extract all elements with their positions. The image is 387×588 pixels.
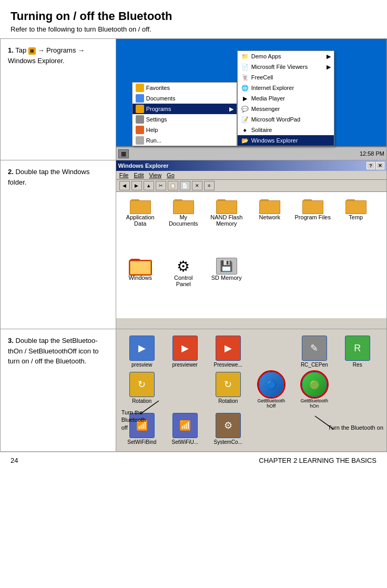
window-help-btn[interactable]: ? bbox=[366, 162, 375, 169]
forward-btn[interactable]: ▶ bbox=[131, 181, 142, 190]
view-btn[interactable]: ≡ bbox=[204, 181, 215, 190]
freecell-icon: 🃏 bbox=[241, 73, 249, 82]
app-presviewer[interactable]: ▶ presviewer bbox=[166, 336, 205, 368]
ie-icon: 🌐 bbox=[241, 84, 249, 92]
submenu-messenger[interactable]: 💬 Messenger bbox=[238, 104, 334, 114]
fileviewers-icon: 📄 bbox=[241, 63, 249, 71]
programs-submenu: 📁 Demo Apps ▶ 📄 Microsoft File Viewers ▶… bbox=[237, 50, 334, 146]
app-label-setwifibind: SetWiFiBind bbox=[127, 439, 156, 445]
folder-label-application-data: ApplicationData bbox=[126, 214, 155, 227]
menu-file[interactable]: File bbox=[119, 172, 129, 178]
messenger-icon: 💬 bbox=[241, 105, 249, 113]
folder-network[interactable]: Network bbox=[251, 197, 289, 252]
app-systemco[interactable]: ⚙ SystemCo... bbox=[209, 413, 248, 445]
page-footer: 24 CHAPTER 2 LEARNING THE BASICS bbox=[0, 452, 387, 469]
app-label-presviewer: presviewer bbox=[172, 362, 198, 368]
app-presview[interactable]: ▶ presview bbox=[123, 336, 161, 368]
systemco-icon: ⚙ bbox=[216, 413, 241, 438]
paste-btn[interactable]: 📄 bbox=[180, 181, 190, 190]
page-title: Turning on / off the Bluetooth bbox=[0, 0, 387, 25]
submenu-mediaplayer[interactable]: ▶ Media Player bbox=[238, 93, 334, 104]
step-1-instruction: Tap ▦ → Programs → Windows Explorer. bbox=[8, 46, 85, 65]
spacer3 bbox=[338, 372, 377, 409]
bluetooth-off-icon[interactable]: 🔵 bbox=[259, 372, 284, 397]
control-panel-icon: ⚙ bbox=[173, 258, 194, 275]
bluetooth-on-icon[interactable]: 🟢 bbox=[302, 372, 327, 397]
folder-my-documents[interactable]: MyDocuments bbox=[165, 197, 202, 252]
app-label-presview: presview bbox=[131, 362, 152, 368]
callout-bluetooth-off-text: Turn the Bluetooth off bbox=[121, 409, 146, 431]
menu-view[interactable]: View bbox=[149, 172, 161, 178]
window-close-btn[interactable]: ✕ bbox=[376, 162, 384, 169]
step-1-number: 1. bbox=[8, 46, 14, 54]
window-toolbar: ◀ ▶ ▲ ✂ 📋 📄 ✕ ≡ bbox=[116, 180, 386, 192]
app-presviewe[interactable]: ▶ Presviewe... bbox=[209, 336, 248, 368]
presview-icon: ▶ bbox=[129, 336, 155, 361]
step-3-row: 3. Double tap the SetBluetoo-thOn / SetB… bbox=[1, 329, 387, 452]
menu-edit[interactable]: Edit bbox=[134, 172, 144, 178]
folder-label-control-panel: ControlPanel bbox=[174, 275, 192, 287]
app-res[interactable]: R Res bbox=[338, 336, 377, 368]
cut-btn[interactable]: ✂ bbox=[156, 181, 166, 190]
folder-icon-network bbox=[259, 197, 280, 214]
submenu-demo[interactable]: 📁 Demo Apps ▶ bbox=[238, 51, 334, 62]
submenu-ie[interactable]: 🌐 Internet Explorer bbox=[238, 83, 334, 93]
submenu-fileviewers[interactable]: 📄 Microsoft File Viewers ▶ bbox=[238, 62, 334, 72]
folder-program-files[interactable]: Program Files bbox=[294, 197, 332, 252]
start-button[interactable]: ▦ bbox=[118, 149, 129, 158]
app-bt-off[interactable]: 🔵 GetBluetoothhOff bbox=[252, 372, 291, 409]
folder-icon-nand-flash bbox=[216, 197, 237, 214]
demo-icon: 📁 bbox=[241, 52, 249, 60]
app-label-bt-on: GetBluetoothhOn bbox=[300, 398, 328, 409]
app-label-rotation2: Rotation bbox=[218, 398, 238, 404]
folder-application-data[interactable]: ApplicationData bbox=[121, 197, 159, 252]
menu-help[interactable]: Help bbox=[133, 125, 237, 135]
copy-btn[interactable]: 📋 bbox=[168, 181, 178, 190]
folder-temp[interactable]: Temp bbox=[337, 197, 375, 252]
step-2-number: 2. bbox=[8, 168, 14, 176]
submenu-freecell[interactable]: 🃏 FreeCell bbox=[238, 72, 334, 83]
wordpad-icon: 📝 bbox=[241, 115, 249, 124]
folder-nand-flash[interactable]: NAND FlashMemory bbox=[208, 197, 246, 252]
folder-control-panel[interactable]: ⚙ ControlPanel bbox=[165, 258, 202, 313]
folder-windows[interactable]: Windows bbox=[121, 258, 159, 313]
folder-icon-application-data bbox=[130, 197, 151, 214]
mediaplayer-icon: ▶ bbox=[241, 94, 249, 103]
menu-settings[interactable]: Settings bbox=[133, 114, 237, 125]
submenu-winexplorer[interactable]: 📂 Windows Explorer bbox=[238, 135, 334, 146]
app-rotation2[interactable]: ↻ Rotation bbox=[209, 372, 248, 409]
menu-favorites[interactable]: Favorites bbox=[133, 83, 237, 93]
spacer bbox=[252, 336, 291, 368]
documents-icon bbox=[136, 94, 144, 103]
app-label-rcCEPen: RC_CEPen bbox=[301, 362, 328, 368]
menu-go[interactable]: Go bbox=[167, 172, 175, 178]
app-bt-on[interactable]: 🟢 GetBluetoothhOn bbox=[295, 372, 334, 409]
app-rcCEPen[interactable]: ✎ RC_CEPen bbox=[295, 336, 334, 368]
menu-documents[interactable]: Documents bbox=[133, 93, 237, 104]
solitaire-icon: ♠ bbox=[241, 126, 249, 134]
spacer2 bbox=[166, 372, 205, 409]
delete-btn[interactable]: ✕ bbox=[192, 181, 202, 190]
step-2-instruction: Double tap the Windows folder. bbox=[8, 168, 89, 186]
submenu-wordpad[interactable]: 📝 Microsoft WordPad bbox=[238, 114, 334, 125]
chapter-label: CHAPTER 2 LEARNING THE BASICS bbox=[259, 457, 376, 464]
menu-programs[interactable]: Programs ▶ bbox=[133, 104, 237, 114]
back-btn[interactable]: ◀ bbox=[119, 181, 130, 190]
presviewe-icon: ▶ bbox=[216, 336, 241, 361]
step-2-row: 2. Double tap the Windows folder. Window… bbox=[1, 160, 387, 329]
steps-table: 1. Tap ▦ → Programs → Windows Explorer. … bbox=[0, 38, 387, 452]
setwifiu-icon: 📶 bbox=[172, 413, 198, 438]
submenu-solitaire[interactable]: ♠ Solitaire bbox=[238, 125, 334, 135]
svg-line-0 bbox=[140, 401, 159, 414]
rcCEPen-icon: ✎ bbox=[302, 336, 327, 361]
folder-sd-memory[interactable]: 💾 SD Memory bbox=[208, 258, 246, 313]
help-icon bbox=[136, 126, 144, 134]
taskbar-time: 12:58 PM bbox=[360, 150, 384, 157]
folder-icon-temp bbox=[345, 197, 366, 214]
taskbar: ▦ 12:58 PM bbox=[116, 146, 386, 160]
app-setwifiu[interactable]: 📶 SetWiFiU... bbox=[166, 413, 205, 445]
app-label-presviewe: Presviewe... bbox=[214, 362, 242, 368]
menu-run[interactable]: Run... bbox=[133, 135, 237, 146]
up-btn[interactable]: ▲ bbox=[144, 181, 154, 190]
folder-label-sd-memory: SD Memory bbox=[211, 275, 242, 281]
